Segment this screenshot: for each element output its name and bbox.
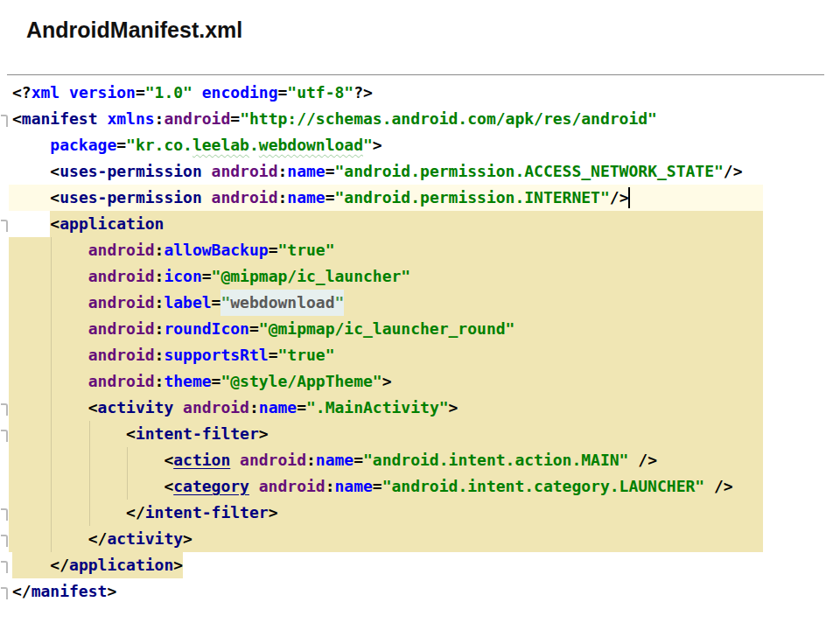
- fold-gutter: [1, 80, 9, 605]
- code-token-sym: =: [249, 316, 259, 342]
- fold-marker-icon[interactable]: [1, 587, 8, 599]
- code-token-foldv: webdownload: [230, 290, 334, 316]
- line-filler: [269, 421, 763, 447]
- line-filler: [733, 473, 763, 500]
- code-line[interactable]: <?xml version="1.0" encoding="utf-8"?>: [9, 80, 763, 106]
- code-token-sym: =: [277, 80, 287, 106]
- code-line[interactable]: android:theme="@style/AppTheme">: [9, 368, 763, 395]
- code-token-sym: :: [277, 158, 287, 185]
- code-token-sym: <: [12, 106, 22, 132]
- code-token-tag: uses-permission: [60, 158, 202, 185]
- code-token-attr: name: [259, 395, 297, 421]
- code-token-sym: =: [202, 263, 212, 290]
- fold-marker-icon[interactable]: [1, 561, 8, 573]
- code-token-sym: </: [126, 500, 145, 526]
- code-token-ns: android: [88, 290, 155, 316]
- code-token-plain: [202, 185, 212, 211]
- code-token-plain: [12, 500, 126, 526]
- code-line[interactable]: package="kr.co.leelab.webdownload">: [9, 132, 763, 158]
- fold-marker-icon[interactable]: [1, 403, 8, 416]
- code-token-val: "android.intent.action.MAIN": [363, 447, 628, 473]
- code-token-sym: =: [212, 368, 221, 395]
- code-token-plain: [249, 473, 259, 500]
- code-token-val: "android.permission.INTERNET": [335, 185, 610, 211]
- code-line[interactable]: <manifest xmlns:android="http://schemas.…: [9, 106, 763, 132]
- code-token-val: "@style/AppTheme": [220, 368, 382, 395]
- code-line[interactable]: <uses-permission android:name="android.p…: [9, 158, 763, 185]
- code-token-sym: :: [155, 342, 164, 368]
- code-token-val: "http://schemas.android.com/apk/res/andr…: [240, 106, 657, 132]
- fold-marker-icon[interactable]: [1, 430, 8, 442]
- code-token-val: "1.0": [145, 80, 192, 106]
- code-token-sym: ?>: [354, 80, 373, 106]
- code-line[interactable]: </application>: [9, 552, 763, 578]
- code-token-plain: [98, 106, 108, 132]
- code-token-sym: </: [88, 526, 108, 552]
- code-token-val: "@mipmap/ic_launcher": [212, 263, 411, 290]
- code-line[interactable]: <category android:name="android.intent.c…: [9, 473, 763, 500]
- code-lines[interactable]: <?xml version="1.0" encoding="utf-8"?><m…: [9, 80, 763, 605]
- code-token-sym: <: [50, 158, 60, 185]
- code-line[interactable]: <intent-filter>: [9, 421, 763, 447]
- line-filler: [183, 552, 763, 578]
- code-line[interactable]: android:icon="@mipmap/ic_launcher": [9, 263, 763, 290]
- code-token-attr: package: [50, 132, 116, 158]
- code-line[interactable]: android:label="webdownload": [9, 290, 763, 316]
- code-line[interactable]: </manifest>: [9, 578, 763, 605]
- code-line[interactable]: </activity>: [9, 526, 763, 552]
- code-token-ns: android: [88, 316, 155, 342]
- code-line[interactable]: <uses-permission android:name="android.p…: [9, 185, 763, 211]
- code-token-ns: android: [212, 185, 278, 211]
- fold-marker-icon[interactable]: [1, 535, 8, 547]
- code-line[interactable]: <application: [9, 211, 763, 237]
- indent-guide: [127, 447, 128, 500]
- code-token-sym: =: [269, 342, 278, 368]
- code-token-attr: roundIcon: [164, 316, 249, 342]
- code-line[interactable]: android:roundIcon="@mipmap/ic_launcher_r…: [9, 316, 763, 342]
- code-token-attr: xmlns: [107, 106, 154, 132]
- code-token-sym: >: [449, 395, 458, 421]
- code-token-plain: [202, 158, 212, 185]
- code-line[interactable]: <activity android:name=".MainActivity">: [9, 395, 763, 421]
- indent-guide: [89, 421, 90, 526]
- selection-highlight: <application: [50, 211, 164, 237]
- code-token-sym: =: [297, 395, 306, 421]
- code-line[interactable]: </intent-filter>: [9, 500, 763, 526]
- code-token-sym: >: [173, 556, 183, 574]
- code-token-attr: name: [334, 473, 372, 500]
- code-token-sym: <: [164, 473, 173, 500]
- code-line[interactable]: <action android:name="android.intent.act…: [9, 447, 763, 473]
- code-token-ns: android: [240, 447, 306, 473]
- line-filler: [392, 368, 763, 395]
- code-token-sym: >: [373, 132, 382, 158]
- code-editor[interactable]: <?xml version="1.0" encoding="utf-8"?><m…: [9, 80, 763, 605]
- line-filler: [514, 316, 763, 342]
- line-filler: [335, 342, 764, 368]
- code-token-val: "kr.co.: [126, 132, 192, 158]
- page-title: AndroidManifest.xml: [26, 18, 242, 43]
- code-token-valw: webdownload: [259, 132, 363, 158]
- code-token-plain: [12, 132, 50, 158]
- code-token-tag: intent-filter: [145, 500, 269, 526]
- code-line[interactable]: android:allowBackup="true": [9, 237, 763, 263]
- fold-marker-icon[interactable]: [1, 508, 8, 521]
- code-token-sym: </: [50, 556, 69, 574]
- code-token-plain: [12, 556, 50, 574]
- code-token-plain: [12, 185, 50, 211]
- code-token-plain: [230, 447, 240, 473]
- code-token-ns: android: [88, 263, 155, 290]
- line-filler: [410, 263, 763, 290]
- code-line[interactable]: android:supportsRtl="true": [9, 342, 763, 368]
- code-token-sym: =: [373, 473, 382, 500]
- code-token-sym: :: [155, 316, 164, 342]
- code-token-valw: leelab: [192, 132, 249, 158]
- code-token-attr: theme: [164, 368, 211, 395]
- code-token-plain: [192, 80, 202, 106]
- code-token-sym: />: [610, 185, 629, 211]
- code-token-sym: :: [155, 263, 164, 290]
- code-token-tagu: category: [173, 473, 249, 500]
- fold-marker-icon[interactable]: [1, 115, 8, 127]
- code-token-sym: />: [638, 447, 657, 473]
- fold-marker-icon[interactable]: [1, 220, 8, 232]
- code-token-sym: <: [88, 395, 98, 421]
